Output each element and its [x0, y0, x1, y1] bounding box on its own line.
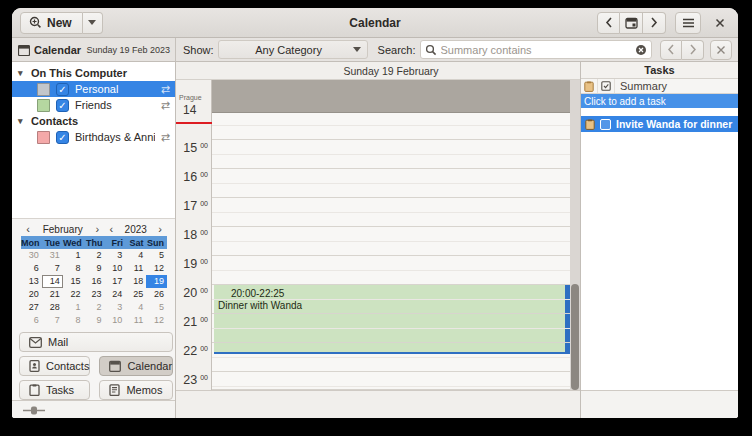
mini-calendar-day[interactable]: 14 — [42, 275, 63, 288]
mini-calendar-day[interactable]: 6 — [21, 262, 42, 275]
pane-resize-handle[interactable] — [23, 406, 45, 415]
mini-calendar-day[interactable]: 3 — [104, 249, 125, 262]
mini-calendar-day[interactable]: 11 — [125, 314, 146, 327]
mini-calendar-day[interactable]: 7 — [42, 262, 63, 275]
expander-icon[interactable]: ▾ — [18, 68, 27, 78]
mini-calendar-day[interactable]: 17 — [104, 275, 125, 288]
hour-gridline — [212, 139, 570, 140]
hour-gridline — [212, 371, 570, 372]
mini-calendar-day[interactable]: 5 — [146, 249, 167, 262]
weekday-header: Sat — [126, 238, 147, 248]
mini-calendar-day[interactable]: 12 — [146, 314, 167, 327]
task-row-invite-wanda[interactable]: Invite Wanda for dinner — [581, 116, 738, 132]
memos-button[interactable]: Memos — [99, 380, 173, 400]
mini-calendar-day[interactable]: 2 — [84, 301, 105, 314]
mini-calendar-day[interactable]: 7 — [42, 314, 63, 327]
close-search-button[interactable] — [710, 40, 732, 60]
task-checkbox-unchecked[interactable] — [600, 119, 611, 130]
mini-calendar-day[interactable]: 27 — [21, 301, 42, 314]
mini-calendar-day[interactable]: 19 — [146, 275, 167, 288]
previous-button[interactable] — [597, 12, 620, 34]
date-navigation-group — [597, 12, 666, 34]
mini-calendar-day[interactable]: 22 — [63, 288, 84, 301]
tree-group-on-this-computer[interactable]: ▾ On This Computer — [12, 65, 175, 81]
scrollbar-thumb[interactable] — [571, 284, 579, 390]
new-button[interactable]: New — [20, 12, 83, 34]
mini-calendar-day[interactable]: 8 — [63, 262, 84, 275]
mini-calendar-day[interactable]: 30 — [21, 249, 42, 262]
mini-calendar-day[interactable]: 28 — [42, 301, 63, 314]
next-month-button[interactable]: › — [90, 223, 104, 235]
tasks-empty-area[interactable] — [581, 132, 738, 390]
next-year-button[interactable]: › — [153, 223, 167, 235]
day-grid[interactable]: 20:00-22:25 Dinner with Wanda — [212, 113, 570, 390]
desktop-background: Calendar New — [0, 0, 752, 436]
expander-icon[interactable]: ▾ — [18, 116, 27, 126]
all-day-band[interactable] — [212, 80, 570, 113]
mini-calendar-day[interactable]: 26 — [146, 288, 167, 301]
menu-button[interactable] — [675, 12, 701, 34]
memos-button-label: Memos — [126, 384, 162, 396]
mini-calendar-day[interactable]: 31 — [42, 249, 63, 262]
mini-calendar-day[interactable]: 21 — [42, 288, 63, 301]
search-previous-button[interactable] — [660, 40, 682, 60]
calendar-item-personal[interactable]: ✓ Personal ⇄ — [12, 81, 175, 97]
previous-month-button[interactable]: ‹ — [21, 223, 35, 235]
task-complete-column-icon[interactable] — [598, 79, 615, 93]
mini-calendar-day[interactable]: 6 — [21, 314, 42, 327]
tree-group-contacts[interactable]: ▾ Contacts — [12, 113, 175, 129]
mini-calendar-day[interactable]: 3 — [104, 301, 125, 314]
mini-calendar-day[interactable]: 9 — [84, 262, 105, 275]
mini-calendar-day[interactable]: 8 — [63, 314, 84, 327]
next-button[interactable] — [643, 12, 666, 34]
contacts-button[interactable]: Contacts — [19, 356, 90, 376]
filter-bar: Calendar Sunday 19 Feb 2023 Show: Any Ca… — [12, 38, 738, 62]
mail-button[interactable]: Mail — [19, 332, 173, 352]
mini-calendar-day[interactable]: 10 — [104, 314, 125, 327]
event-dinner-with-wanda[interactable]: 20:00-22:25 Dinner with Wanda — [214, 284, 570, 354]
checkbox-checked[interactable]: ✓ — [56, 83, 69, 96]
mini-calendar-day[interactable]: 5 — [146, 301, 167, 314]
add-task-row[interactable]: Click to add a task — [581, 94, 738, 108]
hour-gridline — [212, 197, 570, 198]
mini-calendar-day[interactable]: 2 — [84, 249, 105, 262]
mini-calendar-day[interactable]: 1 — [63, 249, 84, 262]
tasks-icon — [29, 384, 40, 396]
mini-calendar-day[interactable]: 4 — [125, 249, 146, 262]
show-label: Show: — [183, 44, 214, 56]
mini-calendar-day[interactable]: 1 — [63, 301, 84, 314]
calendar-item-friends[interactable]: ✓ Friends ⇄ — [12, 97, 175, 113]
mini-calendar-day[interactable]: 13 — [21, 275, 42, 288]
mini-calendar-day[interactable]: 11 — [125, 262, 146, 275]
calendar-button[interactable]: Calendar — [99, 356, 173, 376]
mini-calendar-day[interactable]: 23 — [84, 288, 105, 301]
category-dropdown[interactable]: Any Category — [218, 40, 368, 59]
new-dropdown-button[interactable] — [83, 12, 103, 34]
memos-icon — [109, 384, 120, 396]
mini-calendar-day[interactable]: 15 — [63, 275, 84, 288]
mini-calendar-day[interactable]: 25 — [125, 288, 146, 301]
day-view-header: Sunday 19 February — [176, 62, 580, 80]
previous-year-button[interactable]: ‹ — [104, 223, 118, 235]
tasks-button[interactable]: Tasks — [19, 380, 90, 400]
clear-search-icon[interactable] — [635, 44, 647, 56]
mini-calendar-day[interactable]: 9 — [84, 314, 105, 327]
close-window-button[interactable] — [710, 12, 730, 34]
today-button[interactable] — [620, 12, 643, 34]
checkbox-checked[interactable]: ✓ — [56, 99, 69, 112]
mini-calendar-day[interactable]: 20 — [21, 288, 42, 301]
mini-calendar-day[interactable]: 10 — [104, 262, 125, 275]
mini-calendar-day[interactable]: 16 — [84, 275, 105, 288]
search-input[interactable] — [441, 44, 636, 56]
summary-column-header[interactable]: Summary — [615, 80, 667, 92]
task-type-column-icon[interactable] — [581, 79, 598, 93]
mini-calendar-day[interactable]: 4 — [125, 301, 146, 314]
calendar-item-label: Personal — [75, 83, 155, 95]
mini-calendar-day[interactable]: 12 — [146, 262, 167, 275]
day-view-scrollbar[interactable] — [570, 80, 580, 390]
calendar-item-birthdays[interactable]: ✓ Birthdays & Anniver... ⇄ — [12, 129, 175, 145]
mini-calendar-day[interactable]: 24 — [104, 288, 125, 301]
mini-calendar-day[interactable]: 18 — [125, 275, 146, 288]
search-next-button[interactable] — [682, 40, 704, 60]
checkbox-checked[interactable]: ✓ — [56, 131, 69, 144]
